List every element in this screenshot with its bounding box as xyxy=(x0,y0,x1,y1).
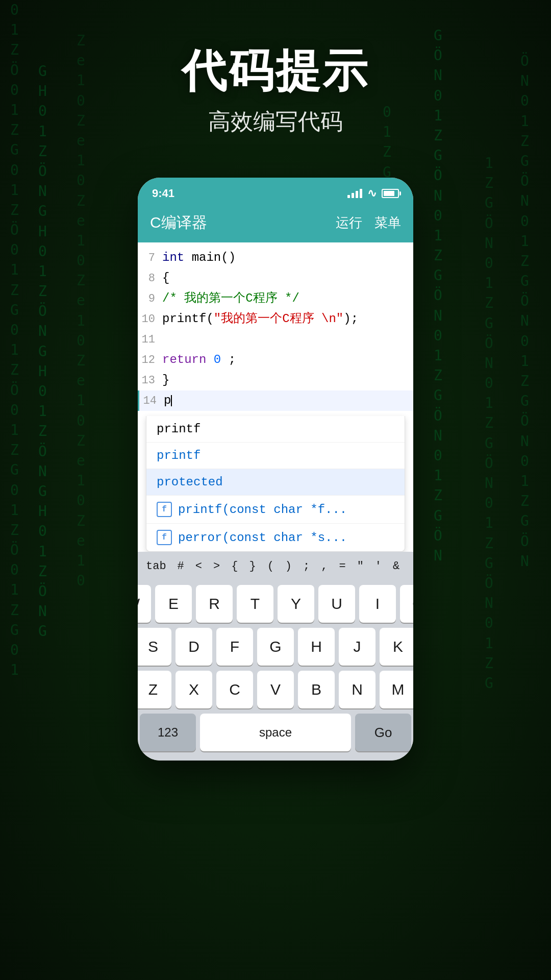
key-semicolon[interactable]: ; xyxy=(299,557,314,576)
autocomplete-item-printf-func[interactable]: f printf(const char *f... xyxy=(146,496,405,524)
key-o[interactable]: O xyxy=(400,585,413,623)
key-z[interactable]: Z xyxy=(138,671,171,708)
code-content-9: /* 我的第一个C程序 */ xyxy=(162,289,413,308)
key-f[interactable]: F xyxy=(216,628,253,666)
key-m[interactable]: M xyxy=(380,671,413,708)
key-y[interactable]: Y xyxy=(278,585,314,623)
line-num-12: 12 xyxy=(138,352,162,369)
key-pipe[interactable]: | xyxy=(407,557,413,576)
signal-bars-icon xyxy=(347,189,362,198)
main-title: 代码提示 xyxy=(182,41,369,102)
key-go[interactable]: Go xyxy=(355,714,411,751)
code-line-7: 7 int main() xyxy=(138,248,413,268)
key-rparen[interactable]: ) xyxy=(281,557,296,576)
menu-button[interactable]: 菜单 xyxy=(374,214,401,232)
run-button[interactable]: 运行 xyxy=(336,214,362,232)
signal-bar-4 xyxy=(360,189,362,198)
key-k[interactable]: K xyxy=(380,628,413,666)
line-num-8: 8 xyxy=(138,270,162,287)
autocomplete-item-printf-plain[interactable]: printf xyxy=(146,416,405,443)
key-tab[interactable]: tab xyxy=(142,557,170,576)
code-line-11: 11 xyxy=(138,329,413,350)
function-icon-perror: f xyxy=(157,530,172,545)
code-content-11 xyxy=(162,330,413,349)
signal-bar-3 xyxy=(356,191,358,198)
line-num-14: 14 xyxy=(139,393,164,409)
key-numbers[interactable]: 123 xyxy=(140,714,196,751)
code-editor[interactable]: 7 int main() 8 { 9 /* 我的第一个C程序 */ 10 xyxy=(138,242,413,416)
battery-icon xyxy=(382,189,399,198)
battery-fill xyxy=(384,191,394,196)
key-h[interactable]: H xyxy=(298,628,335,666)
autocomplete-panel: printf printf protected f printf(const c… xyxy=(146,416,405,552)
key-gt[interactable]: > xyxy=(209,557,224,576)
keyboard-main: Q W E R T Y U I O P A S D F G H J K xyxy=(138,581,413,761)
code-line-10: 10 printf("我的第一个C程序 \n"); xyxy=(138,309,413,329)
code-line-14: 14 p xyxy=(138,390,413,411)
line-num-13: 13 xyxy=(138,372,162,389)
key-b[interactable]: B xyxy=(298,671,335,708)
key-rbrace[interactable]: } xyxy=(245,557,260,576)
keyboard-row-bottom: 123 space Go xyxy=(140,714,411,751)
key-u[interactable]: U xyxy=(318,585,355,623)
keyboard-special-row: tab # < > { } ( ) ; , = " ' & | xyxy=(138,552,413,581)
key-space[interactable]: space xyxy=(200,714,351,751)
code-content-8: { xyxy=(162,269,413,287)
key-x[interactable]: X xyxy=(176,671,212,708)
text-cursor xyxy=(171,395,172,406)
key-squote[interactable]: ' xyxy=(371,557,386,576)
status-bar: 9:41 ∿ xyxy=(138,178,413,205)
key-comma[interactable]: , xyxy=(317,557,332,576)
code-line-13: 13 } xyxy=(138,370,413,390)
code-content-13: } xyxy=(162,371,413,389)
line-num-11: 11 xyxy=(138,331,162,348)
key-i[interactable]: I xyxy=(359,585,396,623)
key-v[interactable]: V xyxy=(257,671,294,708)
key-w[interactable]: W xyxy=(138,585,151,623)
status-time: 9:41 xyxy=(152,187,174,200)
signal-bar-1 xyxy=(347,195,350,198)
autocomplete-item-protected[interactable]: protected xyxy=(146,469,405,496)
wifi-icon: ∿ xyxy=(367,187,377,200)
sub-title: 高效编写代码 xyxy=(182,107,369,137)
key-ampersand[interactable]: & xyxy=(389,557,404,576)
key-n[interactable]: N xyxy=(339,671,375,708)
key-t[interactable]: T xyxy=(237,585,273,623)
phone-mockup: 9:41 ∿ C编译器 运行 菜单 xyxy=(138,178,413,761)
key-r[interactable]: R xyxy=(196,585,233,623)
signal-bar-2 xyxy=(352,193,354,198)
line-num-10: 10 xyxy=(138,311,162,328)
key-s[interactable]: S xyxy=(138,628,171,666)
code-line-9: 9 /* 我的第一个C程序 */ xyxy=(138,288,413,309)
autocomplete-item-perror-func[interactable]: f perror(const char *s... xyxy=(146,524,405,551)
key-j[interactable]: J xyxy=(339,628,375,666)
key-lbrace[interactable]: { xyxy=(227,557,242,576)
keyboard-row-3: Z X C V B N M xyxy=(140,671,411,708)
keyboard-row-2: A S D F G H J K L xyxy=(140,628,411,666)
key-equals[interactable]: = xyxy=(335,557,349,576)
code-content-14: p xyxy=(164,391,413,410)
status-right: ∿ xyxy=(347,187,399,200)
code-content-7: int main() xyxy=(162,249,413,267)
app-header: C编译器 运行 菜单 xyxy=(138,205,413,242)
header-section: 代码提示 高效编写代码 xyxy=(182,41,369,137)
autocomplete-item-printf-blue[interactable]: printf xyxy=(146,443,405,469)
keyboard-row-1: Q W E R T Y U I O P xyxy=(140,585,411,623)
page-content: 代码提示 高效编写代码 9:41 ∿ C编译器 xyxy=(0,0,551,980)
line-num-7: 7 xyxy=(138,250,162,266)
code-line-12: 12 return 0 ; xyxy=(138,350,413,370)
key-e[interactable]: E xyxy=(155,585,192,623)
key-lparen[interactable]: ( xyxy=(263,557,278,576)
key-d[interactable]: D xyxy=(176,628,212,666)
key-dquote[interactable]: " xyxy=(353,557,368,576)
keyword-int: int xyxy=(162,251,184,264)
app-actions: 运行 菜单 xyxy=(336,214,401,232)
line-num-9: 9 xyxy=(138,290,162,307)
code-content-12: return 0 ; xyxy=(162,351,413,369)
key-lt[interactable]: < xyxy=(191,557,206,576)
key-c[interactable]: C xyxy=(216,671,253,708)
code-line-8: 8 { xyxy=(138,268,413,288)
key-g[interactable]: G xyxy=(257,628,294,666)
key-hash[interactable]: # xyxy=(173,557,188,576)
function-icon-printf: f xyxy=(157,502,172,517)
